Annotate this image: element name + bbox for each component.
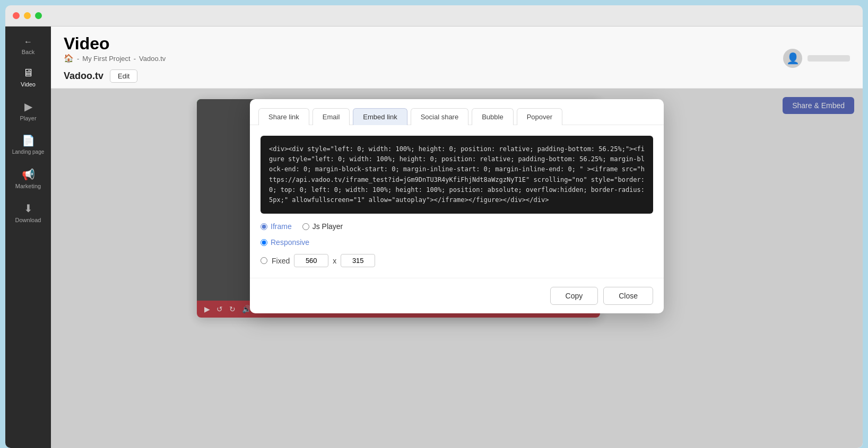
close-button[interactable]: Close	[603, 287, 653, 305]
player-type-row: Iframe Js Player	[261, 222, 653, 231]
player-icon: ▶	[24, 100, 32, 113]
js-player-radio-option[interactable]: Js Player	[302, 222, 343, 231]
breadcrumb-project: My First Project	[82, 55, 130, 63]
breadcrumb-sep1: -	[77, 55, 79, 63]
tab-share-link[interactable]: Share link	[258, 108, 309, 125]
modal-body: <div><div style="left: 0; width: 100%; h…	[250, 125, 664, 278]
responsive-label: Responsive	[271, 238, 309, 247]
width-input[interactable]	[294, 254, 328, 267]
breadcrumb-sep2: -	[134, 55, 136, 63]
download-icon: ⬇	[24, 202, 33, 215]
sidebar-item-landing[interactable]: 📄 Landing page	[5, 128, 51, 162]
traffic-light-yellow[interactable]	[24, 12, 31, 19]
back-arrow-icon: ←	[24, 37, 32, 47]
home-icon: 🏠	[64, 54, 74, 63]
browser-chrome	[5, 5, 863, 27]
page-header: Video 🏠 - My First Project - Vadoo.tv Va…	[51, 27, 863, 89]
browser-body: ← Back 🖥 Video ▶ Player 📄 Landing page 📢…	[5, 27, 863, 448]
js-player-label: Js Player	[313, 222, 343, 231]
modal-tabs: Share link Email Embed link Social share…	[250, 99, 664, 125]
embed-code-box[interactable]: <div><div style="left: 0; width: 100%; h…	[261, 136, 653, 214]
fixed-row: Fixed x	[261, 254, 653, 267]
x-separator: x	[333, 257, 336, 265]
tab-email[interactable]: Email	[313, 108, 350, 125]
height-input[interactable]	[341, 254, 375, 267]
sidebar-landing-label: Landing page	[12, 149, 45, 155]
username-placeholder	[808, 55, 850, 62]
marketing-icon: 📢	[22, 168, 35, 181]
sidebar-item-marketing[interactable]: 📢 Marketing	[5, 162, 51, 196]
tab-popover[interactable]: Popover	[517, 108, 562, 125]
sidebar-item-download[interactable]: ⬇ Download	[5, 196, 51, 230]
back-label: Back	[22, 49, 34, 55]
avatar: 👤	[783, 49, 802, 68]
iframe-radio-option[interactable]: Iframe	[261, 222, 292, 231]
tab-social-share[interactable]: Social share	[411, 108, 469, 125]
breadcrumb: 🏠 - My First Project - Vadoo.tv	[64, 54, 166, 63]
iframe-radio[interactable]	[261, 223, 267, 230]
landing-icon: 📄	[22, 134, 35, 147]
sidebar-video-label: Video	[21, 81, 36, 87]
modal-overlay: Share link Email Embed link Social share…	[51, 89, 863, 448]
modal-footer: Copy Close	[250, 278, 664, 313]
copy-button[interactable]: Copy	[550, 287, 598, 305]
fixed-radio[interactable]	[261, 257, 267, 264]
tab-embed-link[interactable]: Embed link	[353, 108, 407, 125]
video-title-row: Vadoo.tv Edit	[64, 69, 166, 83]
sidebar-download-label: Download	[15, 217, 41, 223]
traffic-light-red[interactable]	[13, 12, 20, 19]
sidebar-item-video[interactable]: 🖥 Video	[5, 60, 51, 94]
breadcrumb-page: Vadoo.tv	[139, 55, 166, 63]
traffic-light-green[interactable]	[35, 12, 42, 19]
sidebar-marketing-label: Marketing	[15, 183, 41, 189]
page-title: Video	[64, 34, 166, 54]
iframe-label: Iframe	[271, 222, 292, 231]
content-area: Choose File Awesome Alternative to Youtu…	[51, 89, 863, 448]
video-title: Vadoo.tv	[64, 71, 103, 82]
responsive-row: Responsive	[261, 238, 653, 247]
main-content: Video 🏠 - My First Project - Vadoo.tv Va…	[51, 27, 863, 448]
sidebar-player-label: Player	[20, 115, 36, 121]
edit-button[interactable]: Edit	[110, 69, 137, 83]
sidebar: ← Back 🖥 Video ▶ Player 📄 Landing page 📢…	[5, 27, 51, 448]
fixed-label: Fixed	[272, 257, 290, 265]
video-icon: 🖥	[23, 67, 33, 79]
responsive-radio[interactable]	[261, 239, 267, 246]
js-player-radio[interactable]	[302, 223, 309, 230]
sidebar-item-player[interactable]: ▶ Player	[5, 94, 51, 128]
tab-bubble[interactable]: Bubble	[472, 108, 513, 125]
embed-modal: Share link Email Embed link Social share…	[250, 99, 664, 313]
sidebar-back-button[interactable]: ← Back	[5, 32, 51, 60]
